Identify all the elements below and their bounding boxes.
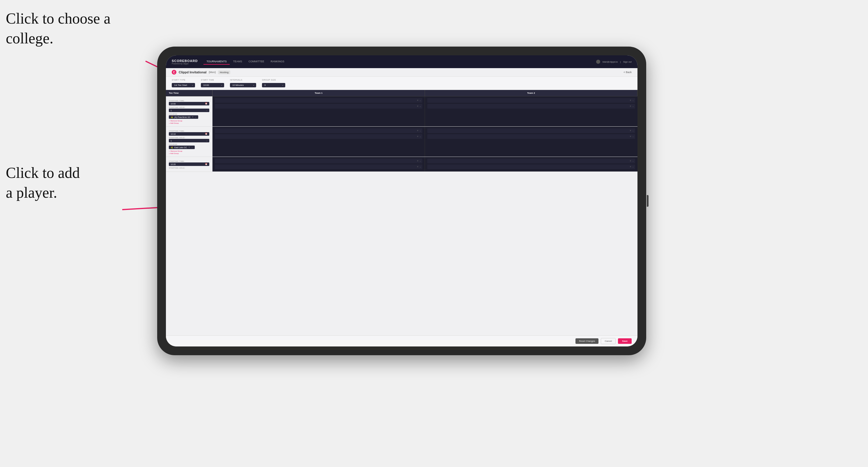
starting-time-label-1: STARTING TIME: xyxy=(169,100,209,102)
tee-info-2: STARTING TIME: 10:10 ⏰ STARTING HOLE: 1 … xyxy=(166,127,213,157)
powered-by-text: Powered by clippd xyxy=(172,63,198,65)
clock-icon-2: ⏰ xyxy=(205,133,208,135)
player-row-2-t1-2[interactable]: ✕ ⌄ xyxy=(215,134,422,139)
intervals-select-wrapper: 10 Minutes xyxy=(230,82,256,87)
starting-hole-label-3: STARTING HOLE: xyxy=(169,167,209,169)
setting-group-size: Group Size 3 xyxy=(262,79,285,87)
tablet-frame: SCOREBOARD Powered by clippd TOURNAMENTS… xyxy=(157,46,646,355)
sub-header: C Clippd Invitational (Men) Hosting < Ba… xyxy=(166,68,638,76)
divider: | xyxy=(620,61,621,63)
team1-panel-3: ✕ ⌄ ✕ ⌄ xyxy=(213,157,425,172)
settings-bar: Start Type 1st Tee Start Start Time 10:0… xyxy=(166,76,638,90)
clock-icon-1: ⏰ xyxy=(205,102,208,105)
app-header: SCOREBOARD Powered by clippd TOURNAMENTS… xyxy=(166,55,638,68)
player-row-1-t2-1[interactable]: ✕ ⌄ xyxy=(427,98,635,103)
nav-teams[interactable]: TEAMS xyxy=(230,59,245,65)
player-row-3-t2-2[interactable]: ✕ ⌄ xyxy=(427,164,635,169)
group-size-select-wrapper: 3 xyxy=(262,82,285,87)
player-row-2-t2-2[interactable]: ✕ ⌄ xyxy=(427,134,635,139)
course-tag-2[interactable]: ⛳ East Lake GC ✕ ⌄ xyxy=(169,146,195,149)
start-type-select[interactable]: 1st Tee Start xyxy=(172,83,195,87)
nav-links: TOURNAMENTS TEAMS COMMITTEE RANKINGS xyxy=(204,59,596,65)
annotation-choose-college: Click to choose a college. xyxy=(6,9,111,48)
starting-hole-input-2[interactable]: 1 ⌄ xyxy=(169,139,209,143)
player-row-3-t2-1[interactable]: ✕ ⌄ xyxy=(427,159,635,163)
setting-start-type: Start Type 1st Tee Start xyxy=(172,79,195,87)
remove-group-1[interactable]: ○ Remove Group xyxy=(169,120,209,122)
player-row-3-t1-1[interactable]: ✕ ⌄ xyxy=(215,159,422,163)
sign-out-link[interactable]: Sign out xyxy=(623,61,632,63)
team1-panel-1: ✕ ⌄ ✕ ⌄ xyxy=(213,96,425,126)
player-row-1-t2-2[interactable]: ✕ ⌄ xyxy=(427,104,635,108)
annotation-add-player: Click to add a player. xyxy=(6,163,80,203)
tee-info-3: STARTING TIME: 10:20 ⏰ STARTING HOLE: xyxy=(166,157,213,172)
start-type-select-wrapper: 1st Tee Start xyxy=(172,82,195,87)
tee-group-1: STARTING TIME: 10:00 ⏰ STARTING HOLE: 1 … xyxy=(166,96,638,127)
user-email: blair@clippd.io xyxy=(602,61,618,63)
reset-button[interactable]: Reset Changes xyxy=(576,338,598,344)
player-row-2-t1-1[interactable]: ✕ ⌄ xyxy=(215,128,422,133)
nav-rankings[interactable]: RANKINGS xyxy=(268,59,287,65)
remove-course-1[interactable]: ✕ xyxy=(192,116,193,118)
start-time-select[interactable]: 10:00 xyxy=(201,83,224,87)
player-actions-1-t1-2: ✕ ⌄ xyxy=(417,105,421,107)
team1-panel-2: ✕ ⌄ ✕ ⌄ xyxy=(213,127,425,157)
tournament-title-group: C Clippd Invitational (Men) Hosting xyxy=(172,70,230,74)
starting-time-label-2: STARTING TIME: xyxy=(169,130,209,132)
player-actions-1-t2-2: ✕ ⌄ xyxy=(630,105,634,107)
remove-group-2[interactable]: ○ Remove Group xyxy=(169,150,209,152)
intervals-select[interactable]: 10 Minutes xyxy=(230,83,256,87)
player-row-1-t1-1[interactable]: ✕ ⌄ xyxy=(215,98,422,103)
intervals-label: Intervals xyxy=(230,79,256,81)
team2-panel-3: ✕ ⌄ ✕ ⌄ xyxy=(425,157,638,172)
tee-group-3: STARTING TIME: 10:20 ⏰ STARTING HOLE: ✕ … xyxy=(166,157,638,172)
starting-time-input-3[interactable]: 10:20 ⏰ xyxy=(169,162,209,166)
tablet-side-button xyxy=(647,195,649,207)
th-team1: Team 1 xyxy=(213,90,425,96)
scoreboard-logo: SCOREBOARD Powered by clippd xyxy=(172,59,198,65)
tee-group-2: STARTING TIME: 10:10 ⏰ STARTING HOLE: 1 … xyxy=(166,127,638,157)
tee-groups-container: STARTING TIME: 10:00 ⏰ STARTING HOLE: 1 … xyxy=(166,96,638,335)
table-header: Tee Time Team 1 Team 2 xyxy=(166,90,638,96)
course-label-2: COURSE: xyxy=(169,144,209,145)
back-button[interactable]: < Back xyxy=(623,71,632,74)
player-actions-1-t2-1: ✕ ⌄ xyxy=(630,99,634,102)
nav-committee[interactable]: COMMITTEE xyxy=(246,59,267,65)
tournament-gender: (Men) xyxy=(209,71,216,74)
setting-start-time: Start Time 10:00 xyxy=(201,79,224,87)
course-label-1: COURSE: xyxy=(169,113,209,115)
tee-info-1: STARTING TIME: 10:00 ⏰ STARTING HOLE: 1 … xyxy=(166,96,213,126)
start-time-label: Start Time xyxy=(201,79,224,81)
player-actions-1-t1-1: ✕ ⌄ xyxy=(417,99,421,102)
starting-time-label-3: STARTING TIME: xyxy=(169,160,209,162)
clock-icon-3: ⏰ xyxy=(205,163,208,165)
th-team2: Team 2 xyxy=(425,90,638,96)
player-row-1-t1-2[interactable]: ✕ ⌄ xyxy=(215,104,422,108)
group-size-label: Group Size xyxy=(262,79,285,81)
starting-time-input-2[interactable]: 10:10 ⏰ xyxy=(169,132,209,136)
nav-tournaments[interactable]: TOURNAMENTS xyxy=(204,59,229,65)
save-button[interactable]: Save xyxy=(618,338,632,344)
add-group-2[interactable]: + Add Group xyxy=(169,153,209,154)
start-type-label: Start Type xyxy=(172,79,195,81)
starting-hole-input-1[interactable]: 1 ⌄ xyxy=(169,108,209,112)
tournament-name: Clippd Invitational xyxy=(179,70,206,74)
clippd-logo: C xyxy=(172,70,176,74)
cancel-button[interactable]: Cancel xyxy=(601,338,616,344)
add-group-1[interactable]: + Add Group xyxy=(169,122,209,124)
team2-panel-1: ✕ ⌄ ✕ ⌄ xyxy=(425,96,638,126)
starting-time-input-1[interactable]: 10:00 ⏰ xyxy=(169,102,209,105)
starting-hole-label-2: STARTING HOLE: xyxy=(169,137,209,138)
start-time-select-wrapper: 10:00 xyxy=(201,82,224,87)
hosting-badge: Hosting xyxy=(218,70,230,74)
player-row-2-t2-1[interactable]: ✕ ⌄ xyxy=(427,128,635,133)
remove-course-2[interactable]: ✕ xyxy=(188,146,190,149)
setting-intervals: Intervals 10 Minutes xyxy=(230,79,256,87)
group-size-select[interactable]: 3 xyxy=(262,83,285,87)
course-tag-1[interactable]: ⛳ (A) Peachtree GC ✕ ⌄ xyxy=(169,115,198,119)
team2-panel-2: ✕ ⌄ ✕ ⌄ xyxy=(425,127,638,157)
scoreboard-title: SCOREBOARD xyxy=(172,59,198,63)
user-area: blair@clippd.io | Sign out xyxy=(596,60,632,64)
th-tee-time: Tee Time xyxy=(166,90,213,96)
player-row-3-t1-2[interactable]: ✕ ⌄ xyxy=(215,164,422,169)
